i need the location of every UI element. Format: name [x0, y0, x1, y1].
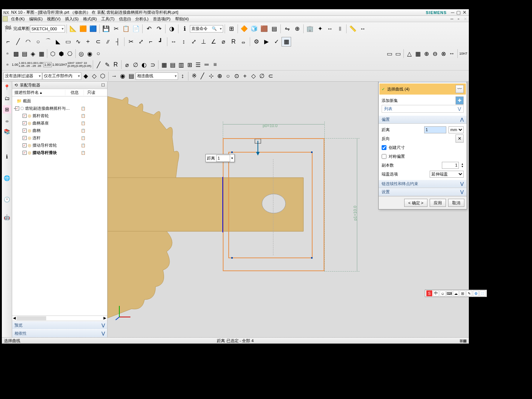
doc-min-button[interactable]: ─ [449, 17, 454, 21]
reuse-icon[interactable]: 📚 [3, 127, 11, 136]
tb3-icon[interactable]: ⬢ [57, 50, 65, 58]
tb4-icon[interactable]: ≡ [211, 61, 219, 69]
float-value-field[interactable] [216, 155, 230, 162]
assembly-tree[interactable]: 📁 截面 −✓⬡ 齿轮副连接曲柄摇杆与…📋 ✓◎ 摇杆齿轮📋 ✓◎ 曲柄基座📋 … [12, 96, 107, 316]
list-row[interactable]: 列表⋁ [382, 105, 464, 113]
dim-perp-icon[interactable]: ⊥ [199, 37, 208, 47]
snap-icon[interactable]: ∅ [258, 72, 266, 80]
tb3-icon[interactable]: ◎ [77, 50, 85, 58]
ime-toolbar[interactable]: S 中 ☺ ⌨ ☁ ⊞ ✎ ⚙ ∷ [425, 290, 487, 297]
command-search-combo[interactable]: 直接命令 🔍 [190, 25, 223, 33]
search-icon[interactable]: 🔍 [212, 26, 217, 31]
tb4-icon[interactable]: ╱ [95, 61, 103, 69]
menu-item[interactable]: 信息(I) [118, 16, 132, 22]
circle-icon[interactable]: ○ [33, 37, 43, 47]
snap-icon[interactable]: ※ [190, 72, 198, 80]
tree-part[interactable]: 曲柄基座 [33, 120, 74, 126]
cap-select[interactable]: 延伸端盖 [430, 171, 464, 178]
preview-section[interactable]: 预览⋁ [12, 321, 107, 329]
mirror-icon[interactable]: ⇋ [282, 24, 292, 34]
tb3-icon[interactable]: ▭ [385, 50, 393, 58]
extend-icon[interactable]: ┤ [113, 37, 123, 47]
dependency-section[interactable]: 相依性⋁ [12, 329, 107, 337]
tb3-icon[interactable]: ▩ [12, 50, 20, 58]
ime-logo-icon[interactable]: S [426, 290, 432, 296]
project-icon[interactable]: ⫽ [103, 37, 113, 47]
cancel-button[interactable]: 取消 [448, 199, 464, 207]
chevron-down-icon[interactable]: ⋁ [458, 106, 461, 111]
tb3-icon[interactable]: ▦ [414, 50, 422, 58]
chevron-down-icon[interactable]: ▾ [231, 156, 233, 160]
tree-part[interactable]: 曲柄 [33, 128, 74, 133]
menu-item[interactable]: 首选项(P) [152, 16, 172, 22]
dim-parallel-icon[interactable]: ⤢ [189, 37, 198, 47]
snap-icon[interactable]: ⊂ [266, 72, 274, 80]
create-dim-checkbox[interactable] [382, 145, 386, 150]
dimension-icon[interactable]: ↔ [358, 24, 368, 34]
selection-filter-combo[interactable]: 没有选择过滤器 [3, 72, 42, 80]
move-icon[interactable]: ↔ [325, 24, 335, 34]
copies-field[interactable] [442, 162, 459, 169]
tb3-icon[interactable]: ▫ [3, 50, 11, 58]
tb4-icon[interactable]: ◐ [140, 61, 148, 69]
ime-item[interactable]: ☺ [440, 290, 446, 296]
tb4-icon[interactable]: ∅ [132, 61, 140, 69]
dim-horiz-icon[interactable]: ↔ [169, 37, 178, 47]
snap-icon[interactable]: ╱ [198, 72, 207, 80]
chamfer-icon[interactable]: ◣ [53, 37, 63, 47]
filter-icon[interactable]: ↕ [178, 72, 187, 80]
unit-select[interactable]: mm [449, 126, 464, 133]
status-icon[interactable]: ▦ [463, 338, 467, 343]
scroll-left-icon[interactable]: ◀ [12, 316, 17, 321]
finish-sketch-flag-icon[interactable]: 🏁 [3, 24, 13, 34]
curve-preview-icon[interactable]: 〰 [456, 85, 464, 93]
tb3-icon[interactable]: ↔ [448, 50, 456, 58]
sketch-name-combo[interactable]: SKETCH_000 [30, 25, 65, 33]
handle-point[interactable] [231, 257, 233, 259]
corner-icon[interactable]: ⌐ [146, 37, 156, 47]
menu-item[interactable]: 插入(S) [64, 16, 80, 22]
tree-part[interactable]: 连杆 [33, 135, 74, 141]
menu-item[interactable]: 任务(K) [10, 16, 26, 22]
tree-root[interactable]: 截面 [23, 98, 74, 104]
tb4-icon[interactable]: ═ [202, 61, 211, 69]
history-icon[interactable]: ℹ [3, 153, 11, 161]
tb3-icon[interactable]: ⊖ [431, 50, 439, 58]
sketch-icon[interactable]: 📐 [68, 24, 78, 34]
rectangle-icon[interactable]: ▭ [63, 37, 73, 47]
spline-icon[interactable]: ∿ [73, 37, 83, 47]
handle-point[interactable] [311, 257, 313, 259]
tb3-icon[interactable]: ▭ [394, 50, 402, 58]
tb3-icon[interactable]: ○ [94, 50, 102, 58]
pin-icon[interactable]: 📍 [3, 83, 11, 91]
tb4-icon[interactable]: ⌀ [123, 61, 131, 69]
part-nav-icon[interactable]: 🗂 [3, 94, 11, 102]
ime-item[interactable]: ⊞ [460, 290, 466, 296]
tb4-icon[interactable]: ▫ [3, 61, 11, 69]
window-icon[interactable]: ⊞ [226, 24, 236, 34]
tb3-icon[interactable]: ⬡ [49, 50, 57, 58]
point-icon[interactable]: ＋ [83, 37, 93, 47]
make-corner-icon[interactable]: ┛ [156, 37, 166, 47]
ime-item[interactable]: ⚙ [473, 290, 479, 296]
apply-button[interactable]: 应用 [430, 199, 446, 207]
assembly-nav-icon[interactable]: ⊞ [3, 105, 11, 113]
menu-item[interactable]: 帮助(H) [174, 16, 190, 22]
evaluate-icon[interactable]: ✓ [272, 37, 281, 47]
filter-icon[interactable]: ◉ [119, 72, 127, 80]
nav-collapse-icon[interactable]: ☐ [101, 83, 105, 88]
redo-icon[interactable]: ↷ [154, 24, 164, 34]
tb3-label-icon[interactable]: 10H7 [459, 50, 467, 58]
dim-angle-icon[interactable]: ∠ [209, 37, 218, 47]
select-curve-row[interactable]: ✓ 选择曲线 (4) 〰 [379, 83, 466, 95]
menu-item[interactable]: 编辑(E) [28, 16, 44, 22]
browser-icon[interactable]: 🌐 [3, 174, 11, 182]
quick-trim-icon[interactable]: ⤢ [136, 37, 146, 47]
menu-item[interactable]: 工具(T) [100, 16, 116, 22]
assembly-icon[interactable]: 🏢 [305, 24, 315, 34]
tb3-icon[interactable]: ⎔ [66, 50, 74, 58]
copy-icon[interactable]: 📋 [121, 24, 131, 34]
revolve-icon[interactable]: 🟦 [88, 24, 98, 34]
dim-diam-icon[interactable]: ⌀ [219, 37, 228, 47]
close-button[interactable]: ✕ [461, 10, 467, 15]
